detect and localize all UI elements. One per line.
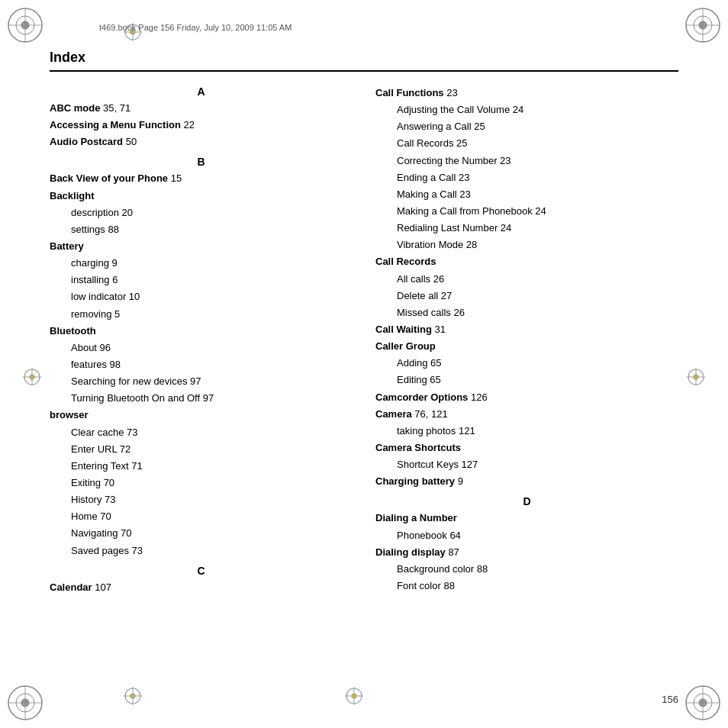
entry-dialing-display: Dialing display 87 <box>375 545 678 560</box>
crosshair-bot-mid <box>343 685 365 707</box>
corner-decoration-tr <box>684 6 722 44</box>
entry-camera-shortcuts-shortcut-keys: Shortcut Keys 127 <box>375 457 678 472</box>
entry-call-functions-correcting: Correcting the Number 23 <box>375 153 678 169</box>
entry-battery-charging: charging 9 <box>50 256 353 271</box>
entry-call-functions-records: Call Records 25 <box>375 136 678 151</box>
section-letter-d: D <box>375 495 678 507</box>
entry-backlight-description: description 20 <box>50 205 353 221</box>
entry-audio-postcard: Audio Postcard 50 <box>50 134 353 150</box>
entry-call-waiting: Call Waiting 31 <box>375 322 678 337</box>
entry-battery: Battery <box>50 239 353 254</box>
entry-browser-entering-text: Entering Text 71 <box>50 459 353 474</box>
section-letter-c: C <box>50 565 353 577</box>
entry-backlight: Backlight <box>50 188 353 204</box>
entry-back-view: Back View of your Phone 15 <box>50 171 353 186</box>
entry-call-records-delete: Delete all 27 <box>375 288 678 304</box>
entry-browser-exiting: Exiting 70 <box>50 475 353 491</box>
entry-accessing-menu: Accessing a Menu Function 22 <box>50 118 353 133</box>
entry-call-functions-making-phonebook: Making a Call from Phonebook 24 <box>375 204 678 219</box>
entry-caller-group-adding: Adding 65 <box>375 356 678 371</box>
page-title: Index <box>50 50 678 66</box>
page-container: t469.book Page 156 Friday, July 10, 2009… <box>0 0 728 728</box>
entry-call-functions-vibration: Vibration Mode 28 <box>375 237 678 253</box>
entry-abc-mode: ABC mode 35, 71 <box>50 101 353 116</box>
corner-decoration-bl <box>6 684 44 722</box>
entry-caller-group: Caller Group <box>375 339 678 354</box>
main-content: Index A ABC mode 35, 71 Accessing a Menu… <box>50 50 678 678</box>
entry-call-records-all: All calls 26 <box>375 272 678 287</box>
entry-charging-battery: Charging battery 9 <box>375 474 678 489</box>
entry-camcorder-options: Camcorder Options 126 <box>375 390 678 405</box>
entry-call-records: Call Records <box>375 254 678 269</box>
entry-browser-home: Home 70 <box>50 509 353 524</box>
entry-dialing-display-bg-color: Background color 88 <box>375 562 678 577</box>
entry-bluetooth-turning: Turning Bluetooth On and Off 97 <box>50 391 353 406</box>
entry-call-functions-adjusting: Adjusting the Call Volume 24 <box>375 102 678 118</box>
crosshair-bot-left <box>122 685 143 707</box>
section-letter-b: B <box>50 156 353 168</box>
entry-browser-history: History 73 <box>50 492 353 507</box>
entry-browser: browser <box>50 407 353 423</box>
entry-camera: Camera 76, 121 <box>375 407 678 422</box>
section-letter-a: A <box>50 85 353 98</box>
entry-battery-removing: removing 5 <box>50 307 353 322</box>
entry-bluetooth: Bluetooth <box>50 324 353 339</box>
entry-backlight-settings: settings 88 <box>50 222 353 237</box>
entry-browser-enter-url: Enter URL 72 <box>50 442 353 457</box>
entry-bluetooth-features: features 98 <box>50 357 353 372</box>
entry-bluetooth-about: About 96 <box>50 340 353 356</box>
entry-browser-clear-cache: Clear cache 73 <box>50 425 353 440</box>
entry-browser-saved-pages: Saved pages 73 <box>50 543 353 559</box>
entry-camera-shortcuts: Camera Shortcuts <box>375 440 678 456</box>
title-rule <box>50 70 678 72</box>
entry-call-functions-redialing: Redialing Last Number 24 <box>375 221 678 236</box>
columns: A ABC mode 35, 71 Accessing a Menu Funct… <box>50 85 678 597</box>
entry-browser-navigating: Navigating 70 <box>50 526 353 541</box>
right-column: Call Functions 23 Adjusting the Call Vol… <box>375 85 678 597</box>
entry-calendar: Calendar 107 <box>50 580 353 595</box>
entry-battery-installing: installing 6 <box>50 272 353 288</box>
entry-call-functions-answering: Answering a Call 25 <box>375 119 678 134</box>
entry-dialing-display-font-color: Font color 88 <box>375 578 678 594</box>
page-number: 156 <box>662 694 678 705</box>
corner-decoration-tl <box>6 6 44 44</box>
crosshair-mid-right <box>685 366 707 388</box>
entry-call-functions: Call Functions 23 <box>375 85 678 101</box>
entry-bluetooth-searching: Searching for new devices 97 <box>50 374 353 389</box>
entry-camera-taking-photos: taking photos 121 <box>375 424 678 439</box>
entry-dialing-number-phonebook: Phonebook 64 <box>375 528 678 543</box>
corner-decoration-br <box>684 684 722 722</box>
crosshair-mid-left <box>21 366 43 388</box>
entry-battery-low: low indicator 10 <box>50 289 353 304</box>
entry-call-records-missed: Missed calls 26 <box>375 305 678 321</box>
left-column: A ABC mode 35, 71 Accessing a Menu Funct… <box>50 85 353 597</box>
entry-call-functions-ending: Ending a Call 23 <box>375 170 678 185</box>
entry-caller-group-editing: Editing 65 <box>375 372 678 388</box>
header-book-info: t469.book Page 156 Friday, July 10, 2009… <box>99 23 292 32</box>
entry-call-functions-making: Making a Call 23 <box>375 187 678 202</box>
entry-dialing-number: Dialing a Number <box>375 511 678 526</box>
